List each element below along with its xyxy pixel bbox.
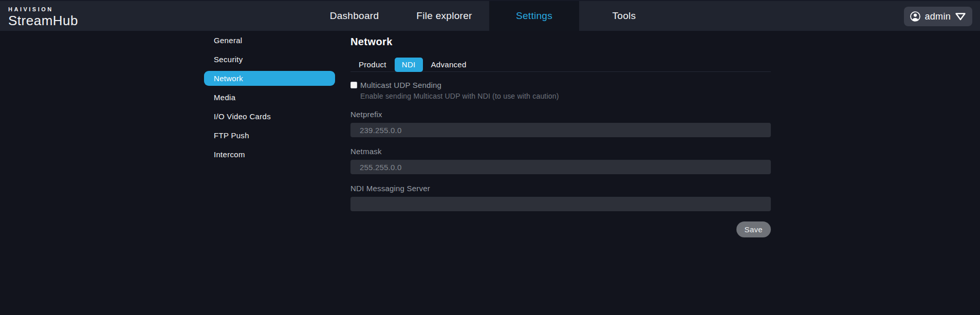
sidebar-item-general[interactable]: General (204, 33, 335, 48)
sidebar-item-security[interactable]: Security (204, 52, 335, 67)
multicast-udp-checkbox[interactable] (350, 82, 357, 88)
network-tabs: Product NDI Advanced (350, 58, 771, 72)
tab-advanced[interactable]: Advanced (423, 58, 475, 72)
form-actions: Save (350, 221, 771, 237)
netmask-label: Netmask (350, 147, 771, 156)
multicast-udp-label[interactable]: Multicast UDP Sending (360, 81, 441, 89)
main-nav: Dashboard File explorer Settings Tools (309, 1, 669, 31)
sidebar-item-ftp-push[interactable]: FTP Push (204, 128, 335, 143)
tab-ndi[interactable]: NDI (395, 58, 423, 72)
netmask-input[interactable] (350, 160, 771, 174)
brand-logo[interactable]: HAIVISION StreamHub (8, 6, 78, 28)
user-name: admin (924, 11, 951, 22)
tab-product[interactable]: Product (350, 58, 395, 72)
user-avatar-icon (910, 11, 921, 22)
ndi-messaging-server-label: NDI Messaging Server (350, 184, 771, 193)
save-button[interactable]: Save (736, 221, 771, 237)
settings-sidebar: General Security Network Media I/O Video… (204, 33, 335, 166)
sidebar-item-media[interactable]: Media (204, 90, 335, 105)
nav-tools[interactable]: Tools (579, 1, 669, 31)
header: HAIVISION StreamHub Dashboard File explo… (0, 0, 980, 31)
multicast-udp-row: Multicast UDP Sending (350, 81, 771, 89)
netprefix-label: Netprefix (350, 110, 771, 119)
streamhub-app: HAIVISION StreamHub Dashboard File explo… (0, 0, 980, 315)
sidebar-item-io-video-cards[interactable]: I/O Video Cards (204, 109, 335, 124)
multicast-udp-description: Enable sending Multicast UDP with NDI (t… (350, 92, 771, 100)
brand-product: StreamHub (8, 13, 78, 28)
nav-file-explorer[interactable]: File explorer (399, 1, 489, 31)
ndi-messaging-server-input[interactable] (350, 197, 771, 211)
chevron-down-icon (954, 11, 967, 22)
user-menu-button[interactable]: admin (904, 7, 972, 26)
sidebar-item-intercom[interactable]: Intercom (204, 147, 335, 162)
page-title: Network (350, 36, 771, 48)
settings-content: Network Product NDI Advanced Multicast U… (350, 31, 771, 237)
nav-dashboard[interactable]: Dashboard (309, 1, 399, 31)
ndi-messaging-server-group: NDI Messaging Server (350, 184, 771, 211)
netprefix-group: Netprefix (350, 110, 771, 137)
netprefix-input[interactable] (350, 123, 771, 137)
sidebar-item-network[interactable]: Network (204, 71, 335, 86)
nav-settings[interactable]: Settings (489, 1, 579, 31)
brand-name: HAIVISION (8, 6, 78, 13)
netmask-group: Netmask (350, 147, 771, 174)
